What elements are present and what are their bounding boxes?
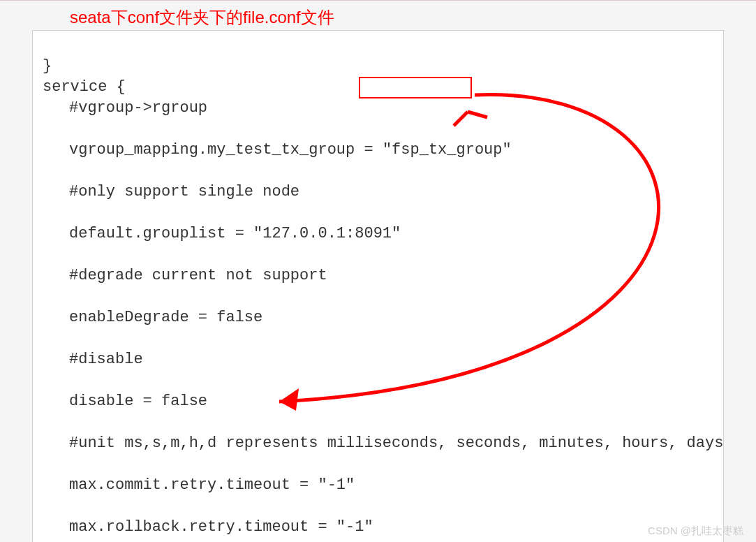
code-line: #vgroup->rgroup	[69, 98, 713, 119]
codebox-seata-file-conf: } service { #vgroup->rgroup vgroup_mappi…	[32, 30, 724, 542]
code-line: enableDegrade = false	[69, 307, 713, 328]
code-text-highlighted: "fsp_tx_group"	[383, 141, 512, 159]
code-line: #disable	[69, 349, 713, 370]
watermark: CSDN @扎哇太枣糕	[648, 525, 743, 538]
code-line: #only support single node	[69, 182, 713, 203]
code-line: max.rollback.retry.timeout = "-1"	[69, 517, 713, 538]
code-line: disable = false	[69, 391, 713, 412]
caption-seata-conf: seata下conf文件夹下的file.conf文件	[70, 3, 756, 30]
code-line: service {	[43, 78, 126, 96]
code-line: max.commit.retry.timeout = "-1"	[69, 475, 713, 496]
annotation-box-fsp-tx-group	[359, 77, 472, 98]
code-line: }	[43, 57, 52, 75]
code-line: #unit ms,s,m,h,d represents milliseconds…	[69, 433, 713, 454]
code-text: vgroup_mapping.my_test_tx_group =	[69, 141, 383, 159]
code-line: default.grouplist = "127.0.0.1:8091"	[69, 224, 713, 244]
code-line: #degrade current not support	[69, 265, 713, 286]
code-line: vgroup_mapping.my_test_tx_group = "fsp_t…	[69, 140, 713, 161]
